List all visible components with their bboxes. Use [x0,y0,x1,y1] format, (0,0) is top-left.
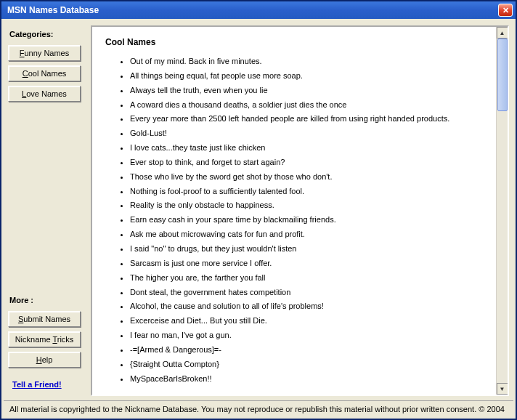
scroll-down-button[interactable]: ▼ [497,383,508,395]
list-item: Sarcasm is just one more service I offer… [130,258,483,269]
list-item: All things being equal, fat people use m… [130,70,483,81]
window-title: MSN Names Database [7,5,498,15]
names-list: Out of my mind. Back in five minutes.All… [130,56,483,384]
footer-text: All material is copyrighted to the Nickn… [4,400,513,416]
list-item: Those who live by the sword get shot by … [130,171,483,182]
content-area: Cool Names Out of my mind. Back in five … [92,27,496,395]
list-item: Always tell the truth, even when you lie [130,85,483,96]
more-heading: More : [9,296,86,304]
help-button[interactable]: Help [8,352,81,368]
list-item: Excerceise and Diet... But you still Die… [130,315,483,326]
sidebar-spacer [8,104,86,293]
list-item: Alcohol, the cause and solution to all o… [130,301,483,312]
list-item: Gold-Lust! [130,128,483,139]
scrollbar-thumb[interactable] [497,39,508,111]
list-item: I said "no" to drugs, but they just woul… [130,243,483,254]
vertical-scrollbar[interactable]: ▲ ▼ [496,27,508,395]
list-item: I fear no man, I've got a gun. [130,330,483,341]
content-heading: Cool Names [105,37,483,47]
list-item: Earn easy cash in your spare time by bla… [130,214,483,225]
list-item: Out of my mind. Back in five minutes. [130,56,483,67]
upper-pane: Categories: Funny Names Cool Names Love … [4,21,513,400]
close-button[interactable]: ✕ [498,4,513,17]
list-item: -=[Armed & Dangerous]=- [130,344,483,355]
list-item: I love cats...they taste just like chick… [130,142,483,153]
chevron-up-icon: ▲ [500,30,505,36]
nickname-tricks-button[interactable]: Nickname Tricks [8,331,81,347]
list-item: Ask me about microwaving cats for fun an… [130,229,483,240]
client-area: Categories: Funny Names Cool Names Love … [1,19,516,419]
list-item: Every year more than 2500 left handed pe… [130,113,483,124]
chevron-down-icon: ▼ [500,386,505,392]
love-names-button[interactable]: Love Names [8,86,81,102]
list-item: Nothing is fool-proof to a sufficiently … [130,186,483,197]
funny-names-button[interactable]: Funny Names [8,45,81,61]
list-item: Ever stop to think, and forget to start … [130,157,483,168]
categories-heading: Categories: [9,30,86,39]
tell-a-friend-link[interactable]: Tell a Friend! [12,380,86,389]
list-item: Dont steal, the government hates competi… [130,287,483,298]
scroll-up-button[interactable]: ▲ [497,27,508,39]
list-item: MySpaceBarIsBroken!! [130,373,483,384]
titlebar[interactable]: MSN Names Database ✕ [1,1,516,19]
list-item: {Straight Outta Compton} [130,359,483,370]
scrollbar-track[interactable] [497,39,508,383]
main-panel: Cool Names Out of my mind. Back in five … [91,25,509,396]
list-item: A coward dies a thousand deaths, a soldi… [130,100,483,110]
app-window: MSN Names Database ✕ Categories: Funny N… [0,0,517,420]
sidebar: Categories: Funny Names Cool Names Love … [4,21,91,400]
list-item: Reality is the only obstacle to happines… [130,200,483,211]
close-icon: ✕ [502,7,509,15]
list-item: The higher you are, the farther you fall [130,272,483,283]
cool-names-button[interactable]: Cool Names [8,65,81,81]
submit-names-button[interactable]: Submit Names [8,311,81,327]
